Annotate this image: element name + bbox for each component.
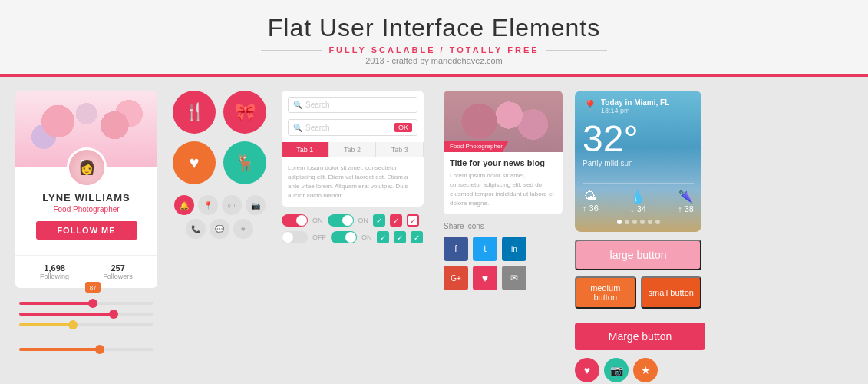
- tabs-toggles-column: 🔍 Search 🔍 Search OK Tab 1 Tab 2 Tab 3 L…: [282, 91, 431, 248]
- tab-content: Lorem ipsum dolor sit amet, consectetur …: [282, 157, 424, 207]
- share-linkedin[interactable]: in: [502, 237, 526, 261]
- following-stat: 1,698 Following: [40, 263, 69, 280]
- weather-dots: [583, 220, 694, 224]
- icon-btn-teal[interactable]: 📷: [604, 358, 629, 382]
- toggles-section: ON ON ✓ ✓ ✓ OFF ON ✓: [282, 214, 431, 248]
- icon-buttons-row: ♥ 📷 ★: [575, 358, 705, 382]
- weather-icons-row: 🌤 ↑ 36 💧 ↓ 34 🌂 ↑ 38: [583, 183, 694, 214]
- buttons-weather-column: 📍 Today in Miami, FL 13:14 pm 32° Partly…: [575, 91, 705, 382]
- weather-header: 📍 Today in Miami, FL 13:14 pm: [583, 98, 694, 114]
- icon-circles-row-2: ♥ 🦌: [173, 141, 266, 184]
- search-icon-1: 🔍: [293, 101, 302, 109]
- toggle-label-on: ON: [312, 217, 323, 224]
- tab-2[interactable]: Tab 2: [329, 142, 377, 157]
- weather-item-1: 🌤 ↑ 36: [583, 190, 599, 214]
- sliders-section: 87: [15, 296, 157, 334]
- small-icon-tag[interactable]: 🏷: [222, 195, 242, 215]
- toggle-off-1[interactable]: [282, 231, 308, 243]
- checkbox-teal-4[interactable]: ✓: [411, 231, 423, 243]
- share-email[interactable]: ✉: [502, 266, 526, 290]
- tab-3[interactable]: Tab 3: [376, 142, 424, 157]
- small-button[interactable]: small button: [641, 276, 702, 309]
- heart-icon-circle[interactable]: ♥: [173, 141, 216, 184]
- icon-btn-orange[interactable]: ★: [633, 358, 658, 382]
- search-card: 🔍 Search 🔍 Search OK Tab 1 Tab 2 Tab 3 L…: [282, 91, 424, 207]
- profile-image: 👩: [15, 91, 157, 167]
- subtitle-text: FULLY SCALABLE / TOTALLY FREE: [328, 45, 539, 55]
- share-twitter[interactable]: t: [473, 237, 497, 261]
- small-icons-group: 🔔 📍 🏷 📷 📞 💬 ♥: [170, 195, 269, 239]
- weather-time: 13:14 pm: [601, 107, 669, 114]
- news-image: Food Photographer: [444, 91, 563, 152]
- large-button[interactable]: large button: [575, 240, 701, 270]
- avatar: 👩: [67, 147, 107, 187]
- location-icon: 📍: [583, 99, 598, 114]
- news-badge: Food Photographer: [444, 141, 509, 152]
- icon-btn-pink[interactable]: ♥: [575, 358, 599, 382]
- profile-name: LYNE WILLIAMS: [23, 192, 150, 204]
- icon-circles-row-1: 🍴 🎀: [173, 91, 266, 134]
- fork-icon-circle[interactable]: 🍴: [173, 91, 216, 134]
- tab-1[interactable]: Tab 1: [282, 142, 329, 157]
- news-card: Food Photographer Title for your news bl…: [444, 91, 563, 214]
- toggle-teal-on-2[interactable]: [331, 231, 357, 243]
- checkbox-outlined[interactable]: ✓: [407, 214, 419, 227]
- toggle-label-off: OFF: [312, 233, 326, 241]
- share-section: Share icons f t in G+ ♥ ✉: [444, 222, 536, 290]
- checkbox-pink[interactable]: ✓: [390, 214, 402, 227]
- weather-item-2: 💧 ↓ 34: [630, 190, 646, 214]
- share-title: Share icons: [444, 222, 536, 230]
- byline-text: 2013 - crafted by mariedehavez.com: [0, 56, 868, 65]
- toggle-row-1: ON ON ✓ ✓ ✓: [282, 214, 431, 227]
- medium-buttons-row: medium button small button: [575, 276, 701, 309]
- page-title: Flat User Interface Elements: [0, 14, 868, 42]
- small-icon-camera[interactable]: 📷: [246, 195, 266, 215]
- followers-stat: 257 Followers: [103, 263, 133, 280]
- page-header: Flat User Interface Elements FULLY SCALA…: [0, 0, 868, 77]
- slider-1: 87: [19, 302, 153, 305]
- checkbox-checked-1[interactable]: ✓: [373, 214, 385, 227]
- small-icon-heart-small[interactable]: ♥: [233, 219, 253, 239]
- checkbox-teal-2[interactable]: ✓: [377, 231, 389, 243]
- profile-title: Food Photographer: [23, 205, 150, 214]
- tabs-row: Tab 1 Tab 2 Tab 3: [282, 142, 424, 157]
- icons-column: 🍴 🎀 ♥ 🦌 🔔 📍 🏷 📷 📞 💬 ♥: [170, 91, 269, 239]
- share-facebook[interactable]: f: [444, 237, 468, 261]
- search-placeholder-2: Search: [305, 124, 391, 132]
- merge-button[interactable]: Marge button: [575, 323, 705, 350]
- slider-badge-1: 87: [85, 282, 101, 293]
- news-title: Title for your news blog: [450, 158, 556, 167]
- search-placeholder-1: Search: [305, 101, 330, 109]
- orange-slider: [15, 342, 157, 357]
- deer-icon-circle[interactable]: 🦌: [223, 141, 266, 184]
- share-heart[interactable]: ♥: [473, 266, 497, 290]
- search-bar-2[interactable]: 🔍 Search OK: [288, 119, 417, 136]
- share-google[interactable]: G+: [444, 266, 468, 290]
- buttons-section: large button medium button small button: [575, 240, 701, 315]
- search-icon-2: 🔍: [293, 124, 302, 132]
- ribbon-icon-circle[interactable]: 🎀: [223, 91, 266, 134]
- weather-item-3: 🌂 ↑ 38: [678, 190, 694, 214]
- medium-button[interactable]: medium button: [575, 276, 636, 309]
- follow-button[interactable]: FOLLOW ME: [36, 221, 137, 240]
- toggle-row-2: OFF ON ✓ ✓ ✓: [282, 231, 431, 243]
- weather-card: 📍 Today in Miami, FL 13:14 pm 32° Partly…: [575, 91, 701, 232]
- toggle-teal-on[interactable]: [328, 214, 354, 227]
- toggle-on-1[interactable]: [282, 214, 308, 227]
- search-bar-1[interactable]: 🔍 Search: [288, 97, 417, 113]
- small-icon-chat[interactable]: 💬: [210, 219, 229, 239]
- small-icon-phone[interactable]: 📞: [186, 219, 206, 239]
- profile-card: 👩 LYNE WILLIAMS Food Photographer FOLLOW…: [15, 91, 157, 288]
- small-icon-location[interactable]: 📍: [198, 195, 218, 215]
- ok-button[interactable]: OK: [394, 123, 412, 132]
- slider-2: [19, 313, 153, 316]
- weather-location: Today in Miami, FL: [601, 98, 669, 107]
- slider-3: [19, 323, 153, 326]
- checkbox-teal-3[interactable]: ✓: [394, 231, 406, 243]
- main-content: 👩 LYNE WILLIAMS Food Photographer FOLLOW…: [0, 77, 868, 384]
- news-text: Lorem ipsum dolor sit amet, consectetur …: [450, 171, 556, 208]
- weather-desc: Partly mild sun: [583, 159, 694, 167]
- small-icon-bell[interactable]: 🔔: [174, 195, 194, 215]
- news-share-column: Food Photographer Title for your news bl…: [444, 91, 563, 290]
- news-content: Title for your news blog Lorem ipsum dol…: [444, 152, 563, 214]
